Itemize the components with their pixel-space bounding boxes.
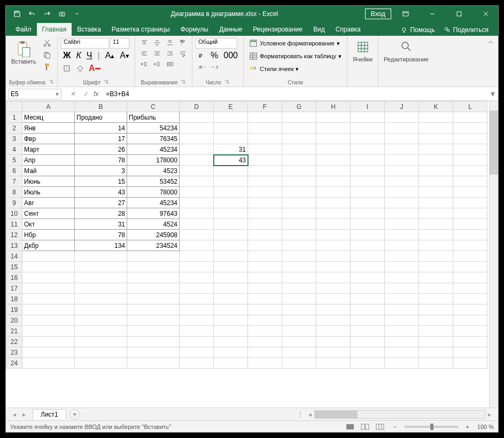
cell[interactable] [351,240,385,251]
save-icon[interactable] [10,7,24,21]
row-header[interactable]: 23 [6,347,22,358]
cell[interactable] [22,358,75,369]
cell[interactable] [453,304,487,315]
cell[interactable] [180,123,214,134]
row-header[interactable]: 2 [6,123,22,134]
cell[interactable] [316,251,351,262]
tab-insert[interactable]: Вставка [72,23,106,36]
cell[interactable]: 78 [75,230,127,240]
cell[interactable] [248,155,282,166]
cell[interactable] [248,208,282,219]
row-header[interactable]: 22 [6,337,22,347]
row-header[interactable]: 12 [6,230,22,240]
cell[interactable]: Нбр [22,230,75,240]
bold-button[interactable]: Ж [61,50,73,61]
cell[interactable] [248,123,282,134]
cell[interactable]: 4524 [127,219,180,230]
cell[interactable] [419,272,453,283]
cell[interactable] [385,337,419,347]
cell[interactable] [453,315,487,326]
redo-icon[interactable] [40,7,54,21]
cell[interactable]: 43 [75,187,127,198]
cell[interactable] [316,262,351,272]
cell[interactable] [316,134,351,144]
cell[interactable]: 26 [75,144,127,155]
page-layout-view-button[interactable] [360,423,370,431]
cell[interactable]: 78000 [127,187,180,198]
cell[interactable] [180,198,214,208]
tab-help[interactable]: Справка [330,23,366,36]
cell[interactable]: Сент [22,208,75,219]
cell[interactable] [248,251,282,262]
cell[interactable] [248,262,282,272]
cell[interactable]: Янв [22,123,75,134]
cell[interactable] [385,155,419,166]
cell[interactable] [282,198,316,208]
cell[interactable]: 76345 [127,134,180,144]
cell[interactable] [385,230,419,240]
cell[interactable] [180,219,214,230]
zoom-out-button[interactable]: − [390,423,400,431]
page-break-view-button[interactable] [375,423,385,431]
col-header[interactable]: F [248,101,282,112]
cell[interactable] [453,144,487,155]
cell[interactable] [282,123,316,134]
format-table-button[interactable]: Форматировать как таблицу ▾ [247,51,344,61]
cell[interactable]: Апр [22,155,75,166]
cell[interactable] [316,240,351,251]
cancel-formula-button[interactable]: ✕ [68,89,79,99]
cell[interactable] [248,134,282,144]
cell[interactable] [180,358,214,369]
cell[interactable] [453,176,487,187]
font-color-button[interactable]: A [87,62,103,74]
cell[interactable]: 14 [75,123,127,134]
font-launcher[interactable] [104,80,109,85]
cell[interactable] [453,251,487,262]
cell[interactable] [282,240,316,251]
cell[interactable] [22,337,75,347]
cell[interactable]: Окт [22,219,75,230]
formula-bar[interactable]: =B3+B4 [103,89,487,99]
cell[interactable] [180,337,214,347]
col-header[interactable]: C [127,101,180,112]
fx-icon[interactable]: fx [94,90,98,98]
cell[interactable] [316,337,351,347]
cell[interactable] [419,134,453,144]
align-right-button[interactable] [164,49,176,58]
tab-review[interactable]: Рецензирование [247,23,308,36]
italic-button[interactable]: К [74,50,83,61]
cell[interactable]: 78 [75,155,127,166]
cell[interactable] [385,326,419,337]
cell[interactable] [127,262,180,272]
cell[interactable] [75,262,127,272]
cell[interactable]: Прибыль [127,112,180,123]
row-header[interactable]: 16 [6,272,22,283]
cell[interactable] [385,219,419,230]
cell[interactable] [22,272,75,283]
cell[interactable] [419,283,453,294]
zoom-handle[interactable] [430,424,433,430]
cell[interactable] [419,198,453,208]
comma-button[interactable]: 000 [221,50,240,61]
cell[interactable] [75,358,127,369]
cell[interactable] [351,337,385,347]
cell[interactable] [453,358,487,369]
number-launcher[interactable] [224,80,230,85]
align-middle-button[interactable] [151,38,163,48]
cell[interactable] [316,112,351,123]
cell[interactable] [214,187,248,198]
cell[interactable] [214,358,248,369]
col-header[interactable]: E [214,101,248,112]
cell[interactable]: 134 [75,240,127,251]
cell[interactable] [316,198,351,208]
row-header[interactable]: 10 [6,208,22,219]
cell[interactable] [282,304,316,315]
cell[interactable] [22,326,75,337]
cell[interactable] [453,166,487,176]
cell[interactable] [214,230,248,240]
cell[interactable] [248,347,282,358]
percent-button[interactable]: % [208,50,220,61]
cell[interactable] [248,112,282,123]
cell[interactable] [282,230,316,240]
cell[interactable] [282,262,316,272]
